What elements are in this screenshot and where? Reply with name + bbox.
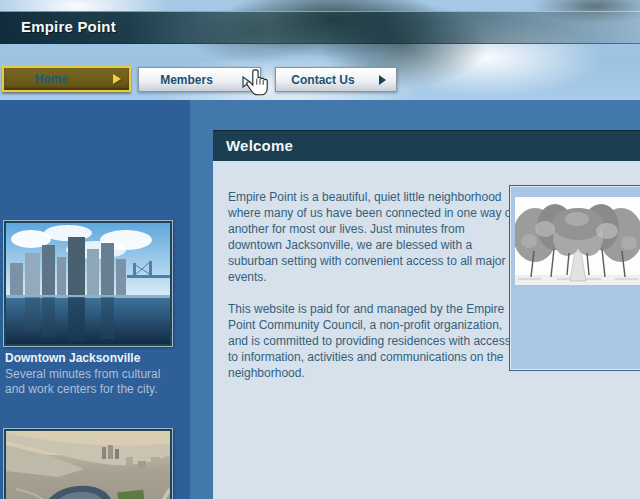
caption-title: Downtown Jacksonville [5,351,177,366]
intro-paragraph-1: Empire Point is a beautiful, quiet littl… [228,189,520,285]
nav-members-label: Members [139,68,234,91]
nav-contact-us-button[interactable]: Contact Us [275,67,397,92]
tree-sketch-panel [509,185,640,371]
page-title: Welcome [226,131,293,161]
tree-lined-street-sketch [515,197,640,285]
nav-contact-us-label: Contact Us [276,68,370,91]
nav-home-button[interactable]: Home [2,66,131,92]
site-title-bar: Empire Point [0,11,640,44]
sidebar-caption-downtown: Downtown Jacksonville Several minutes fr… [5,351,177,397]
downtown-jacksonville-photo [3,220,173,347]
nav-home-label: Home [4,68,99,90]
arrow-right-icon [379,75,386,85]
main-content-panel: Empire Point is a beautiful, quiet littl… [213,161,640,499]
intro-text: Empire Point is a beautiful, quiet littl… [228,189,520,397]
hand-pointer-cursor [244,68,272,102]
caption-text: Several minutes from cultural and work c… [5,367,177,397]
nav-members-button[interactable]: Members [138,67,261,92]
site-title: Empire Point [21,18,116,35]
welcome-heading-bar: Welcome [213,130,640,161]
sports-complex-aerial-photo [3,428,173,499]
sidebar: Downtown Jacksonville Several minutes fr… [0,100,190,499]
intro-paragraph-2: This website is paid for and managed by … [228,301,520,381]
arrow-right-icon [113,74,121,84]
empire-point-homepage: Empire Point Home Members Contact Us [0,0,640,499]
